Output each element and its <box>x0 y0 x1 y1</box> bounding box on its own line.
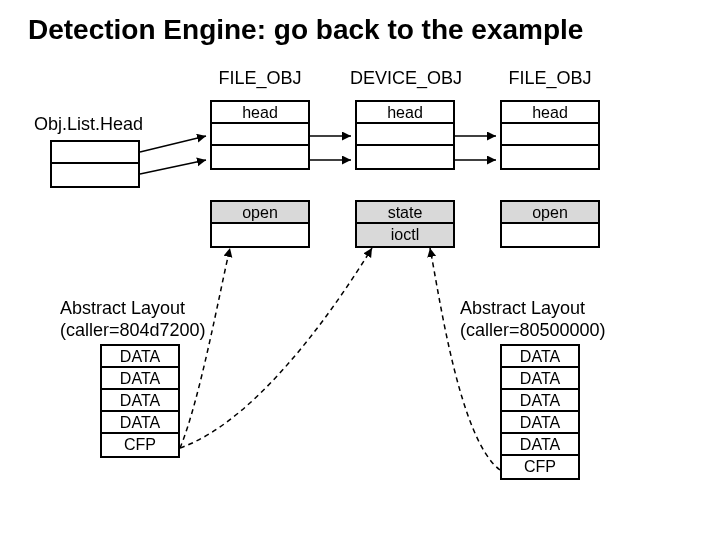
op-cell <box>212 224 308 246</box>
data-row: CFP <box>102 434 178 456</box>
abstract-right-box: DATA DATA DATA DATA DATA CFP <box>500 344 580 480</box>
head-box-right: head <box>500 100 600 170</box>
op-cell: open <box>212 202 308 224</box>
op-box-mid: state ioctl <box>355 200 455 248</box>
data-row: DATA <box>502 368 578 390</box>
op-cell: open <box>502 202 598 224</box>
data-row: CFP <box>502 456 578 478</box>
head-cell: head <box>212 102 308 124</box>
row-label: Obj.List.Head <box>34 114 143 135</box>
abstract-left-caption2: (caller=804d7200) <box>60 320 206 340</box>
head-cell <box>502 124 598 146</box>
abstract-left-caption1: Abstract Layout <box>60 298 185 318</box>
objlist-box <box>50 140 140 188</box>
abstract-left-caption: Abstract Layout (caller=804d7200) <box>60 298 206 341</box>
data-row: DATA <box>102 368 178 390</box>
op-cell <box>502 224 598 246</box>
head-cell <box>357 124 453 146</box>
op-cell: state <box>357 202 453 224</box>
head-cell <box>357 146 453 168</box>
head-box-mid: head <box>355 100 455 170</box>
page-title: Detection Engine: go back to the example <box>28 14 583 46</box>
data-row: DATA <box>102 412 178 434</box>
abstract-left-box: DATA DATA DATA DATA CFP <box>100 344 180 458</box>
objlist-cell <box>52 142 138 164</box>
svg-line-0 <box>140 136 206 152</box>
op-cell: ioctl <box>357 224 453 246</box>
op-box-left: open <box>210 200 310 248</box>
data-row: DATA <box>102 390 178 412</box>
abstract-right-caption1: Abstract Layout <box>460 298 585 318</box>
head-cell <box>212 146 308 168</box>
col-label-mid: DEVICE_OBJ <box>350 68 460 89</box>
abstract-right-caption: Abstract Layout (caller=80500000) <box>460 298 606 341</box>
head-cell <box>502 146 598 168</box>
data-row: DATA <box>102 346 178 368</box>
head-cell <box>212 124 308 146</box>
head-box-left: head <box>210 100 310 170</box>
data-row: DATA <box>502 434 578 456</box>
head-cell: head <box>502 102 598 124</box>
col-label-right: FILE_OBJ <box>500 68 600 89</box>
svg-line-3 <box>140 160 206 174</box>
head-cell: head <box>357 102 453 124</box>
abstract-right-caption2: (caller=80500000) <box>460 320 606 340</box>
col-label-left: FILE_OBJ <box>210 68 310 89</box>
objlist-cell <box>52 164 138 186</box>
data-row: DATA <box>502 346 578 368</box>
data-row: DATA <box>502 412 578 434</box>
op-box-right: open <box>500 200 600 248</box>
data-row: DATA <box>502 390 578 412</box>
